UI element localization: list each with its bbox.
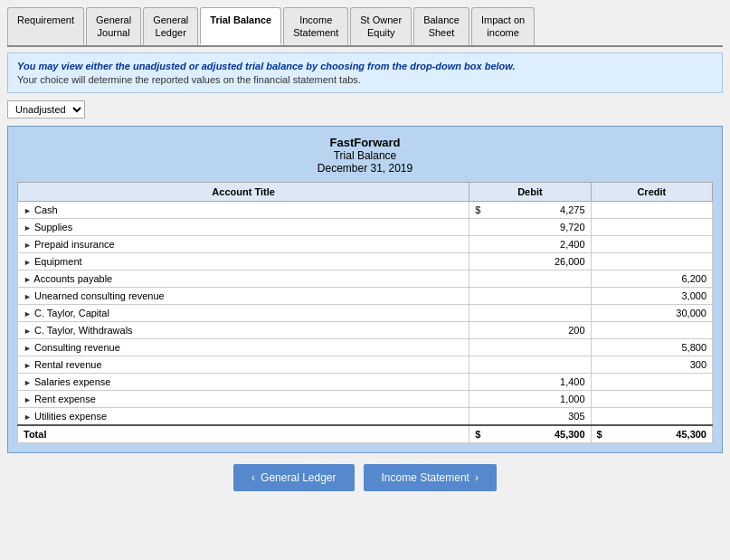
table-row: ► C. Taylor, Withdrawals200 [18,321,713,338]
tab-requirement[interactable]: Requirement [7,7,84,45]
row-arrow-icon: ► [24,223,32,233]
table-row: ► Accounts payable6,200 [18,270,713,287]
report-header: FastForward Trial Balance December 31, 2… [17,136,713,175]
table-row: ► Supplies9,720 [18,218,713,235]
balance-type-dropdown[interactable]: Unadjusted Adjusted [7,100,85,119]
company-name: FastForward [17,136,713,149]
debit-cell [469,270,591,287]
account-name-cell: ► Unearned consulting revenue [18,287,469,304]
credit-cell: 5,800 [591,338,712,356]
account-name-cell: ► Equipment [18,252,469,270]
credit-cell [591,201,712,218]
table-row: ► Prepaid insurance2,400 [18,235,713,252]
total-row: Total$45,300$45,300 [18,425,713,443]
row-arrow-icon: ► [24,292,32,301]
debit-cell: 2,400 [469,235,591,252]
credit-cell [591,218,712,235]
account-name-cell: ► Rent expense [18,390,469,407]
debit-cell: 1,400 [469,373,591,390]
account-name-cell: ► Supplies [18,218,469,235]
table-row: ► Cash$4,275 [18,201,713,218]
debit-cell [469,287,591,304]
debit-cell: $4,275 [469,201,591,218]
tab-general-ledger[interactable]: GeneralLedger [143,7,198,45]
table-row: ► C. Taylor, Capital30,000 [18,304,713,321]
tab-balance-sheet[interactable]: BalanceSheet [413,7,469,45]
account-name-cell: ► C. Taylor, Withdrawals [18,321,469,338]
debit-cell: 305 [469,407,591,425]
credit-cell: 30,000 [591,304,712,321]
nav-buttons: ‹ General Ledger Income Statement › [7,464,723,491]
prev-button[interactable]: ‹ General Ledger [233,464,354,491]
report-container: FastForward Trial Balance December 31, 2… [7,126,723,453]
table-row: ► Salaries expense1,400 [18,373,713,390]
account-name-cell: ► Utilities expense [18,407,469,425]
next-button-label: Income Statement [382,471,469,484]
row-arrow-icon: ► [24,361,32,370]
credit-cell: 3,000 [591,287,712,304]
row-arrow-icon: ► [24,327,32,336]
row-arrow-icon: ► [24,378,32,387]
col-header-account: Account Title [18,182,469,201]
table-row: ► Rent expense1,000 [18,390,713,407]
report-date: December 31, 2019 [17,162,713,175]
account-name-cell: ► Cash [18,201,469,218]
total-credit-cell: $45,300 [591,425,712,443]
row-arrow-icon: ► [24,395,32,404]
row-arrow-icon: ► [24,309,32,318]
info-bold-text: You may view either the unadjusted or ad… [17,61,713,71]
credit-cell [591,407,712,425]
col-header-debit: Debit [469,182,591,201]
credit-cell [591,390,712,407]
row-arrow-icon: ► [24,344,32,353]
row-arrow-icon: ► [24,206,32,215]
row-arrow-icon: ► [24,241,32,250]
table-row: ► Utilities expense305 [18,407,713,425]
credit-cell [591,321,712,338]
account-name-cell: ► C. Taylor, Capital [18,304,469,321]
debit-cell: 26,000 [469,252,591,270]
info-regular-text: Your choice will determine the reported … [17,74,361,85]
table-row: ► Unearned consulting revenue3,000 [18,287,713,304]
prev-arrow-icon: ‹ [251,471,255,484]
dropdown-row: Unadjusted Adjusted [7,100,723,119]
debit-cell [469,338,591,356]
info-box: You may view either the unadjusted or ad… [7,52,723,93]
credit-cell [591,235,712,252]
tab-trial-balance[interactable]: Trial Balance [200,7,281,45]
table-row: ► Equipment26,000 [18,252,713,270]
debit-cell: 1,000 [469,390,591,407]
account-name-cell: ► Accounts payable [18,270,469,287]
tab-st-owner-equity[interactable]: St OwnerEquity [350,7,412,45]
total-label: Total [18,425,469,443]
account-name-cell: ► Salaries expense [18,373,469,390]
credit-cell: 300 [591,356,712,373]
row-arrow-icon: ► [24,413,32,422]
row-arrow-icon: ► [24,258,32,267]
tab-impact-income[interactable]: Impact onincome [471,7,535,45]
table-row: ► Consulting revenue5,800 [18,338,713,356]
debit-cell: 200 [469,321,591,338]
credit-cell: 6,200 [591,270,712,287]
tab-general-journal[interactable]: GeneralJournal [86,7,141,45]
next-button[interactable]: Income Statement › [364,464,497,491]
total-debit-cell: $45,300 [469,425,591,443]
trial-balance-table: Account Title Debit Credit ► Cash$4,275►… [17,182,713,443]
credit-cell [591,373,712,390]
next-arrow-icon: › [475,471,479,484]
account-name-cell: ► Consulting revenue [18,338,469,356]
table-row: ► Rental revenue300 [18,356,713,373]
account-name-cell: ► Rental revenue [18,356,469,373]
debit-cell: 9,720 [469,218,591,235]
account-name-cell: ► Prepaid insurance [18,235,469,252]
row-arrow-icon: ► [24,275,32,284]
tab-bar: Requirement GeneralJournal GeneralLedger… [7,7,723,47]
debit-cell [469,304,591,321]
tab-income-statement[interactable]: IncomeStatement [283,7,348,45]
debit-cell [469,356,591,373]
report-title: Trial Balance [17,149,713,162]
credit-cell [591,252,712,270]
prev-button-label: General Ledger [261,471,336,484]
col-header-credit: Credit [591,182,712,201]
